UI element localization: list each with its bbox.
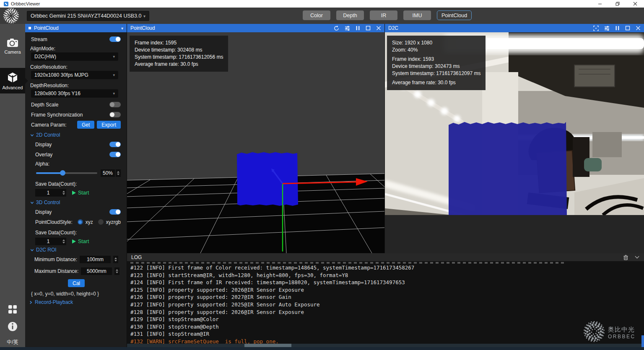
log-line: #122 [INFO] First frame of Color receive… <box>130 264 644 272</box>
alignmode-select[interactable]: D2C(HW) ▾ <box>31 52 118 61</box>
log-line: #131 [INFO] stopStream@IR <box>130 330 644 338</box>
fit-expand-icon[interactable] <box>593 26 599 31</box>
control-panel-header[interactable]: PointCloud ▾ <box>25 24 127 32</box>
alpha-spinner[interactable] <box>116 169 121 177</box>
pause-icon[interactable] <box>356 26 360 31</box>
trash-icon[interactable] <box>623 254 628 260</box>
app-window-icon <box>4 2 8 6</box>
alpha-label: Alpha: <box>35 161 122 167</box>
maximize-icon[interactable] <box>625 26 630 31</box>
close-icon[interactable] <box>376 26 381 31</box>
cal-button[interactable]: Cal <box>68 279 85 287</box>
stream-tabs: Color Depth IR IMU PointCloud <box>303 10 472 20</box>
sidebar-item-camera[interactable]: Camera <box>0 34 25 58</box>
info-icon[interactable] <box>7 321 18 332</box>
radio-xyz[interactable]: xyz <box>78 219 93 225</box>
colorresolution-value: 1920x1080 30fps MJPG <box>34 72 88 78</box>
d2c-view-title: D2C <box>388 25 398 31</box>
frame-rate: Average frame rate: 30.0 fps <box>135 61 223 68</box>
3d-display-toggle[interactable] <box>109 209 121 215</box>
log-vertical-scrollbar-thumb[interactable] <box>641 335 644 347</box>
min-distance-label: Minimum Distance: <box>34 257 77 262</box>
tab-imu[interactable]: IMU <box>403 10 431 20</box>
sidebar-item-label: Camera <box>4 49 21 54</box>
frame-sync-label: Frame Synchronization <box>31 112 83 118</box>
pointcloud-viewport[interactable]: Frame index: 1595 Device timestamp: 3024… <box>127 32 384 253</box>
3d-save-count-input[interactable]: 1 <box>35 238 61 245</box>
radio-xyzrgb[interactable]: xyzrgb <box>98 219 121 225</box>
log-title: LOG <box>131 254 142 260</box>
image-size: Size: 1920 x 1080 <box>392 39 480 47</box>
alpha-value[interactable]: 50% <box>101 169 115 177</box>
zoom-level: Zoom: 40% <box>392 47 480 54</box>
3d-save-count-spinner[interactable] <box>61 238 66 245</box>
frame-index: Frame index: 1595 <box>135 39 223 47</box>
log-line: #124 [INFO] First frame of IR received: … <box>130 279 644 286</box>
sidebar-item-advanced[interactable]: Advanced <box>0 68 25 93</box>
chevron-down-icon[interactable] <box>634 254 640 260</box>
log-line: #123 [INFO] startStream@IR, witdh=1280, … <box>130 272 644 279</box>
tab-depth[interactable]: Depth <box>336 10 364 20</box>
section-record-playback[interactable]: Record-Playback <box>29 299 122 305</box>
minimize-button[interactable] <box>591 0 609 8</box>
brand-name-cn: 奥比中光 <box>608 326 636 334</box>
settings-sliders-icon[interactable] <box>604 26 610 31</box>
language-toggle[interactable]: 中/英 <box>7 339 18 346</box>
control-panel: PointCloud ▾ Stream AlignMode: D2C(HW) ▾… <box>25 24 127 350</box>
device-selector[interactable]: Orbbec Gemini 215 SN#AYZT44D0024 USB3.0 … <box>27 11 149 21</box>
chevron-down-icon <box>30 201 34 205</box>
restore-button[interactable] <box>609 0 626 8</box>
bullet-square-icon <box>29 27 31 29</box>
depth-scale-toggle[interactable] <box>109 102 121 107</box>
system-timestamp: System timestamp: 1716173612056 ms <box>135 54 223 61</box>
d2c-viewport[interactable]: Size: 1920 x 1080 Zoom: 40% Frame index:… <box>385 32 644 215</box>
apps-grid-icon[interactable] <box>8 304 18 314</box>
pause-icon[interactable] <box>615 26 620 31</box>
device-timestamp: Device timestamp: 302473 ms <box>392 63 480 70</box>
colorresolution-select[interactable]: 1920x1080 30fps MJPG ▾ <box>31 71 118 79</box>
top-toolbar: Orbbec Gemini 215 SN#AYZT44D0024 USB3.0 … <box>0 8 644 24</box>
tab-ir[interactable]: IR <box>370 10 397 20</box>
get-button[interactable]: Get <box>77 121 94 129</box>
stream-toggle[interactable] <box>109 36 121 42</box>
chevron-down-icon: ▾ <box>121 26 123 31</box>
camera-param-label: Camera Param: <box>31 122 67 128</box>
2d-display-toggle[interactable] <box>109 142 121 147</box>
maximize-icon[interactable] <box>366 26 371 31</box>
section-d2c-roi[interactable]: D2C ROI <box>30 247 122 253</box>
export-button[interactable]: Export <box>97 121 121 129</box>
overlay-toggle[interactable] <box>109 152 121 157</box>
tab-color[interactable]: Color <box>303 10 330 20</box>
log-horizontal-scrollbar[interactable] <box>127 344 644 347</box>
max-distance-spinner[interactable] <box>114 267 119 275</box>
min-distance-input[interactable]: 100mm <box>80 256 111 263</box>
d2c-info-overlay: Size: 1920 x 1080 Zoom: 40% Frame index:… <box>387 36 486 90</box>
scrollbar-thumb[interactable] <box>244 344 291 347</box>
orbbec-viewer-app: OrbbecViewer Orbbec Gemini 215 SN#AYZT44… <box>0 0 644 350</box>
log-line: #132 [WARN] srcFrameSetQueue_ is full, p… <box>130 338 644 344</box>
play-icon <box>72 191 76 195</box>
log-console[interactable]: #122 [INFO] First frame of Color receive… <box>127 261 644 344</box>
min-distance-spinner[interactable] <box>113 256 118 263</box>
control-panel-title: PointCloud <box>34 25 59 31</box>
close-button[interactable] <box>626 0 644 8</box>
section-3d-control[interactable]: 3D Control <box>30 200 122 205</box>
frame-sync-toggle[interactable] <box>109 112 121 117</box>
tab-pointcloud[interactable]: PointCloud <box>437 10 472 20</box>
depthresolution-select[interactable]: 1280x800 30fps Y16 ▾ <box>31 89 118 98</box>
alpha-slider[interactable] <box>36 172 97 174</box>
2d-save-count-spinner[interactable] <box>61 189 66 197</box>
3d-start-button[interactable]: Start <box>72 239 89 244</box>
close-icon[interactable] <box>636 26 641 31</box>
windows-taskbar-sliver <box>0 347 644 350</box>
section-2d-control[interactable]: 2D Control <box>30 132 122 138</box>
view-divider <box>384 24 385 253</box>
settings-sliders-icon[interactable] <box>345 26 350 31</box>
depth-scale-label: Depth Scale <box>31 102 58 108</box>
2d-start-button[interactable]: Start <box>72 190 89 196</box>
pointcloud-view-header: PointCloud <box>127 24 384 32</box>
window-title: OrbbecViewer <box>11 1 40 6</box>
2d-save-count-input[interactable]: 1 <box>35 189 61 197</box>
max-distance-input[interactable]: 5000mm <box>81 267 112 275</box>
refresh-icon[interactable] <box>334 26 339 31</box>
